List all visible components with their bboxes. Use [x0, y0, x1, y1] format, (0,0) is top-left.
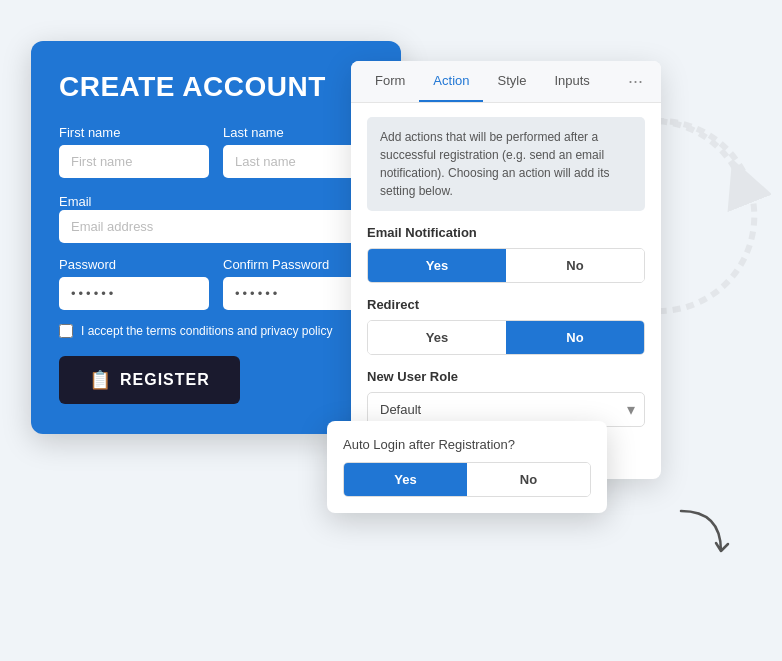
- tab-more-icon[interactable]: ···: [620, 63, 651, 100]
- redirect-label: Redirect: [367, 297, 645, 312]
- register-button[interactable]: 📋 REGISTER: [59, 356, 240, 404]
- info-box: Add actions that will be performed after…: [367, 117, 645, 211]
- first-name-input[interactable]: [59, 145, 209, 178]
- password-input[interactable]: [59, 277, 209, 310]
- password-group: Password: [59, 257, 209, 310]
- popup-toggle-row: Yes No: [343, 462, 591, 497]
- register-label: REGISTER: [120, 371, 210, 389]
- email-group: Email: [59, 192, 373, 243]
- first-name-group: First name: [59, 125, 209, 178]
- terms-label: I accept the terms conditions and privac…: [81, 324, 332, 338]
- tab-style[interactable]: Style: [483, 61, 540, 102]
- email-input[interactable]: [59, 210, 373, 243]
- tab-action[interactable]: Action: [419, 61, 483, 102]
- email-notification-yes[interactable]: Yes: [368, 249, 506, 282]
- register-icon: 📋: [89, 369, 112, 391]
- email-label: Email: [59, 194, 92, 209]
- popup-question: Auto Login after Registration?: [343, 437, 591, 452]
- tab-form[interactable]: Form: [361, 61, 419, 102]
- tab-inputs[interactable]: Inputs: [540, 61, 603, 102]
- form-title: CREATE ACCOUNT: [59, 71, 373, 103]
- name-row: First name Last name: [59, 125, 373, 178]
- settings-panel: Form Action Style Inputs ··· Add actions…: [351, 61, 661, 479]
- redirect-toggle: Yes No: [367, 320, 645, 355]
- arrow-decoration: [661, 501, 741, 581]
- popup-no-button[interactable]: No: [467, 463, 590, 496]
- password-label: Password: [59, 257, 209, 272]
- first-name-label: First name: [59, 125, 209, 140]
- tabs-bar: Form Action Style Inputs ···: [351, 61, 661, 103]
- popup-yes-button[interactable]: Yes: [344, 463, 467, 496]
- email-notification-no[interactable]: No: [506, 249, 644, 282]
- form-card: CREATE ACCOUNT First name Last name Emai…: [31, 41, 401, 434]
- password-row: Password Confirm Password: [59, 257, 373, 310]
- redirect-no[interactable]: No: [506, 321, 644, 354]
- redirect-yes[interactable]: Yes: [368, 321, 506, 354]
- popup-card: Auto Login after Registration? Yes No: [327, 421, 607, 513]
- email-notification-label: Email Notification: [367, 225, 645, 240]
- email-notification-toggle: Yes No: [367, 248, 645, 283]
- terms-row: I accept the terms conditions and privac…: [59, 324, 373, 338]
- new-user-role-label: New User Role: [367, 369, 645, 384]
- terms-checkbox[interactable]: [59, 324, 73, 338]
